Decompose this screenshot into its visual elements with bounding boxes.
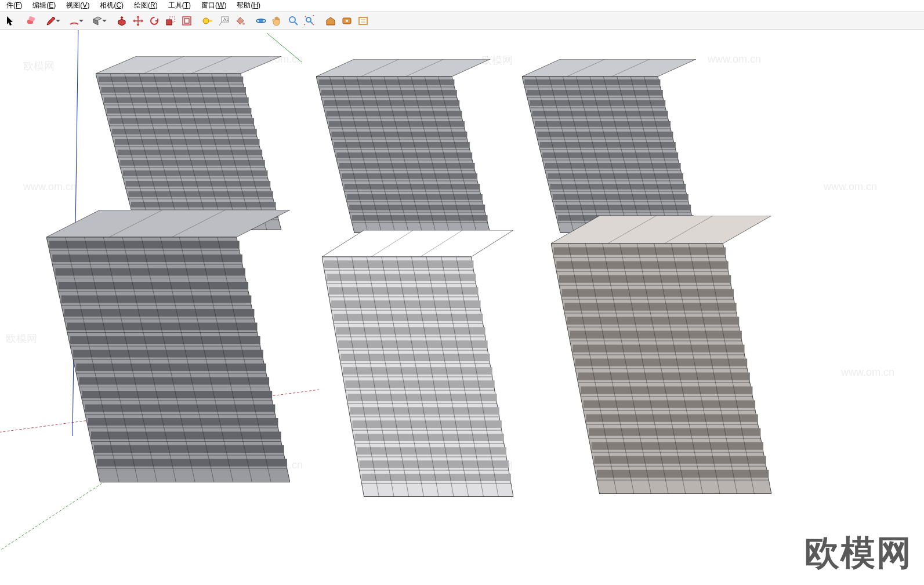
- menu-label: 视图(V): [66, 1, 89, 9]
- svg-text:A1: A1: [223, 17, 229, 21]
- menu-label: 件(F): [6, 1, 22, 9]
- svg-point-14: [306, 17, 311, 22]
- building-model[interactable]: [322, 230, 513, 497]
- warehouse-tool[interactable]: [323, 13, 339, 28]
- rotate-icon: [148, 15, 160, 27]
- rectangle-icon: [92, 15, 103, 27]
- model-scene: [0, 30, 924, 585]
- zoom-extents-icon: [304, 15, 316, 27]
- rotate-tool[interactable]: [146, 13, 162, 28]
- building-model[interactable]: [96, 56, 281, 230]
- menu-label: 工具(T): [168, 1, 191, 9]
- building-model[interactable]: [316, 59, 490, 233]
- offset-tool[interactable]: [179, 13, 195, 28]
- arc-tool[interactable]: [63, 13, 86, 28]
- building-model[interactable]: [46, 210, 290, 482]
- menu-view[interactable]: 视图(V): [61, 0, 95, 12]
- extension-tool[interactable]: [339, 13, 355, 28]
- menu-label: 帮助(H): [237, 1, 260, 9]
- svg-point-16: [346, 20, 348, 22]
- menu-camera[interactable]: 相机(C): [95, 0, 129, 12]
- menu-edit[interactable]: 编辑(E): [27, 0, 61, 12]
- layout-icon: [357, 15, 369, 27]
- extension-icon: [341, 15, 353, 27]
- paint-icon: [234, 15, 246, 27]
- svg-rect-17: [359, 17, 367, 24]
- pan-tool[interactable]: [269, 13, 285, 28]
- menu-label: 编辑(E): [32, 1, 56, 9]
- svg-point-13: [289, 17, 295, 23]
- pushpull-tool[interactable]: [114, 13, 130, 28]
- arc-icon: [68, 15, 80, 27]
- svg-rect-5: [183, 17, 191, 25]
- menu-label: 绘图(R): [134, 1, 158, 9]
- pan-icon: [271, 15, 283, 27]
- zoom-extents-tool[interactable]: [302, 13, 318, 28]
- tape-icon: [202, 15, 213, 27]
- svg-point-10: [242, 23, 245, 25]
- menu-window[interactable]: 窗口(W): [196, 0, 231, 12]
- building-model[interactable]: [522, 59, 696, 233]
- viewport[interactable]: 欧模网 www.om.cn 欧模网 www.om.cn www.om.cn ww…: [0, 30, 924, 585]
- building-model[interactable]: [551, 216, 771, 494]
- svg-rect-6: [184, 19, 189, 23]
- pencil-icon: [45, 15, 57, 27]
- move-icon: [132, 15, 144, 27]
- rectangle-tool[interactable]: [86, 13, 109, 28]
- menu-tools[interactable]: 工具(T): [163, 0, 196, 12]
- paint-tool[interactable]: [232, 13, 248, 28]
- eraser-icon: [26, 15, 37, 27]
- select-tool[interactable]: [2, 13, 19, 28]
- warehouse-icon: [325, 15, 336, 27]
- scale-icon: [165, 15, 176, 27]
- scale-tool[interactable]: [162, 13, 179, 28]
- menu-label: 相机(C): [100, 1, 124, 9]
- pushpull-icon: [116, 15, 128, 27]
- orbit-icon: [255, 15, 267, 27]
- zoom-icon: [288, 15, 299, 27]
- text-tool[interactable]: A1: [216, 13, 232, 28]
- orbit-tool[interactable]: [253, 13, 269, 28]
- text-icon: A1: [218, 15, 230, 27]
- zoom-tool[interactable]: [285, 13, 302, 28]
- menu-label: 窗口(W): [201, 1, 226, 9]
- pencil-tool[interactable]: [39, 13, 63, 28]
- menu-help[interactable]: 帮助(H): [231, 0, 266, 12]
- menu-draw[interactable]: 绘图(R): [129, 0, 163, 12]
- layout-tool[interactable]: [355, 13, 371, 28]
- menubar: 件(F) 编辑(E) 视图(V) 相机(C) 绘图(R) 工具(T) 窗口(W)…: [0, 0, 924, 12]
- toolbar: A1: [0, 12, 924, 30]
- tape-tool[interactable]: [200, 13, 216, 28]
- menu-file[interactable]: 件(F): [1, 0, 27, 12]
- arrow-icon: [5, 15, 16, 27]
- eraser-tool[interactable]: [23, 13, 39, 28]
- svg-point-7: [203, 18, 209, 24]
- offset-icon: [181, 15, 193, 27]
- move-tool[interactable]: [130, 13, 146, 28]
